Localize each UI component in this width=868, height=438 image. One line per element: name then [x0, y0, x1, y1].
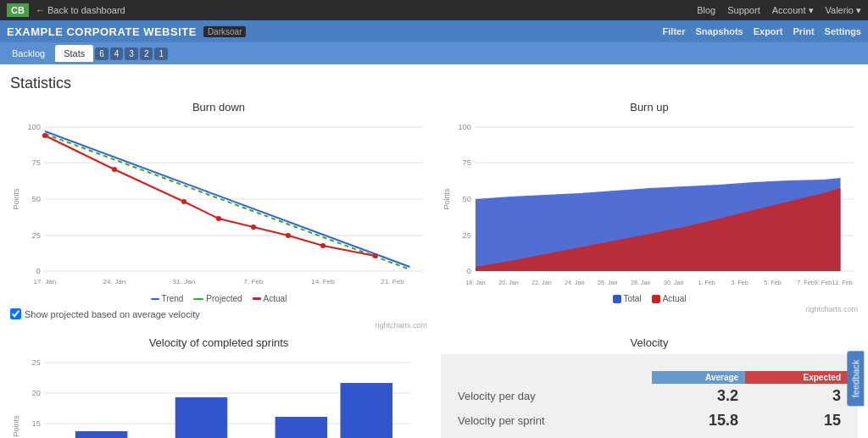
snapshots-button[interactable]: Snapshots — [695, 26, 743, 36]
velocity-stats-title: Velocity — [441, 336, 858, 349]
svg-text:1. Feb: 1. Feb — [698, 280, 715, 286]
projected-checkbox-text: Show projected based on average velocity — [25, 309, 200, 319]
svg-text:0: 0 — [467, 267, 471, 275]
svg-text:25: 25 — [463, 231, 471, 240]
tab-num-1[interactable]: 1 — [154, 47, 168, 60]
main-content: Statistics Burn down 100 75 50 25 — [0, 64, 868, 438]
velocity-header-expected: Expected — [745, 371, 848, 384]
svg-point-26 — [372, 253, 377, 258]
svg-line-18 — [45, 134, 410, 269]
svg-text:15: 15 — [32, 419, 41, 428]
burnup-chart-area: 100 75 50 25 0 Points 18. Jan 20. Jan 22… — [441, 119, 858, 291]
svg-text:Points: Points — [12, 188, 20, 209]
svg-text:25: 25 — [32, 231, 41, 240]
projected-checkbox[interactable] — [10, 308, 21, 319]
tab-backlog[interactable]: Backlog — [3, 45, 53, 62]
page-title: Statistics — [10, 75, 858, 92]
project-badge: Darksoar — [203, 26, 247, 37]
svg-text:25: 25 — [32, 358, 41, 367]
svg-text:21. Feb: 21. Feb — [381, 278, 404, 286]
svg-text:11. Feb: 11. Feb — [832, 280, 852, 286]
svg-text:31. Jan: 31. Jan — [173, 278, 196, 286]
tab-num-2[interactable]: 2 — [140, 47, 153, 60]
charts-top-row: Burn down 100 75 50 25 0 17. Jan — [10, 101, 858, 330]
nav-blog[interactable]: Blog — [697, 5, 715, 16]
burnup-title: Burn up — [441, 101, 858, 114]
top-nav-bar: CB ← Back to dashboard Blog Support Acco… — [0, 0, 868, 20]
velocity-chart-panel: Velocity of completed sprints 25 20 15 1… — [10, 336, 427, 438]
legend-actual: Actual — [253, 294, 287, 303]
toolbar-actions: Filter Snapshots Export Print Settings — [663, 26, 861, 36]
burnup-legend: Total Actual — [441, 294, 858, 303]
legend-total: Total — [613, 294, 642, 303]
tab-num-6[interactable]: 6 — [95, 47, 108, 60]
svg-point-20 — [112, 167, 117, 172]
svg-text:3. Feb: 3. Feb — [731, 280, 748, 286]
tab-bar: Backlog Stats 6 4 3 2 1 — [0, 42, 868, 64]
svg-text:14. Feb: 14. Feb — [311, 278, 335, 286]
svg-text:24. Jan: 24. Jan — [103, 278, 126, 286]
velocity-per-sprint-average: 15.8 — [652, 408, 745, 433]
velocity-chart-title: Velocity of completed sprints — [10, 336, 427, 349]
svg-text:30. Jan: 30. Jan — [664, 280, 684, 286]
burndown-svg: 100 75 50 25 0 17. Jan 24. Jan 31. Jan 7… — [10, 119, 427, 288]
svg-text:9. Feb: 9. Feb — [815, 280, 832, 286]
settings-button[interactable]: Settings — [825, 26, 861, 36]
nav-account[interactable]: Account ▾ — [772, 5, 814, 16]
svg-text:5. Feb: 5. Feb — [764, 280, 781, 286]
velocity-stats-panel: Velocity Average Expected Velocity per d… — [441, 336, 858, 438]
svg-point-19 — [42, 133, 47, 138]
svg-text:Points: Points — [442, 188, 451, 209]
svg-text:20: 20 — [32, 389, 41, 397]
velocity-per-sprint-label: Velocity per sprint — [451, 408, 652, 433]
tab-num-4[interactable]: 4 — [110, 47, 124, 60]
svg-text:7. Feb: 7. Feb — [243, 278, 264, 286]
svg-text:75: 75 — [463, 158, 471, 167]
svg-text:18. Jan: 18. Jan — [465, 280, 486, 286]
velocity-row-per-day: Velocity per day 3.2 3 — [451, 384, 848, 408]
svg-point-23 — [251, 225, 256, 230]
projected-checkbox-label[interactable]: Show projected based on average velocity — [10, 308, 427, 319]
burndown-panel: Burn down 100 75 50 25 0 17. Jan — [10, 101, 427, 330]
nav-user[interactable]: Valerio ▾ — [826, 5, 861, 16]
svg-text:50: 50 — [463, 195, 471, 203]
burndown-watermark: rightcharts.com — [10, 321, 427, 330]
velocity-row-per-sprint: Velocity per sprint 15.8 15 — [451, 408, 848, 433]
svg-text:22. Jan: 22. Jan — [531, 280, 552, 286]
velocity-stats-table: Average Expected Velocity per day 3.2 3 … — [451, 371, 848, 433]
svg-text:50: 50 — [32, 195, 41, 203]
export-button[interactable]: Export — [754, 26, 783, 36]
tab-num-3[interactable]: 3 — [125, 47, 138, 60]
svg-rect-67 — [175, 397, 228, 438]
velocity-per-day-expected: 3 — [745, 384, 848, 408]
legend-actual-burnup: Actual — [652, 294, 687, 303]
burnup-svg: 100 75 50 25 0 Points 18. Jan 20. Jan 22… — [441, 119, 858, 288]
legend-trend: Trend — [151, 294, 184, 303]
project-name: EXAMPLE CORPORATE WEBSITE — [7, 25, 197, 38]
svg-point-22 — [216, 216, 221, 221]
svg-rect-69 — [275, 417, 328, 438]
legend-projected: Projected — [193, 294, 242, 303]
title-bar: EXAMPLE CORPORATE WEBSITE Darksoar Filte… — [0, 20, 868, 42]
svg-point-24 — [286, 233, 291, 238]
svg-text:17. Jan: 17. Jan — [34, 278, 57, 286]
projected-checkbox-area: Show projected based on average velocity — [10, 308, 427, 319]
svg-text:100: 100 — [458, 123, 470, 131]
svg-text:20. Jan: 20. Jan — [498, 280, 519, 286]
back-to-dashboard-link[interactable]: ← Back to dashboard — [36, 5, 125, 15]
top-nav-items: Blog Support Account ▾ Valerio ▾ — [697, 5, 861, 16]
velocity-per-day-average: 3.2 — [652, 384, 745, 408]
burnup-watermark: rightcharts.com — [441, 305, 858, 313]
velocity-header-average: Average — [652, 371, 745, 384]
svg-text:Points: Points — [12, 415, 20, 436]
tab-stats[interactable]: Stats — [55, 45, 93, 62]
velocity-per-day-label: Velocity per day — [451, 384, 652, 408]
burndown-title: Burn down — [10, 101, 427, 114]
burndown-chart-area: 100 75 50 25 0 17. Jan 24. Jan 31. Jan 7… — [10, 119, 427, 291]
nav-support[interactable]: Support — [727, 5, 760, 16]
feedback-tab[interactable]: feedback — [848, 352, 865, 407]
velocity-per-sprint-expected: 15 — [745, 408, 848, 433]
print-button[interactable]: Print — [793, 26, 815, 36]
svg-text:0: 0 — [36, 267, 41, 275]
filter-button[interactable]: Filter — [663, 26, 686, 36]
